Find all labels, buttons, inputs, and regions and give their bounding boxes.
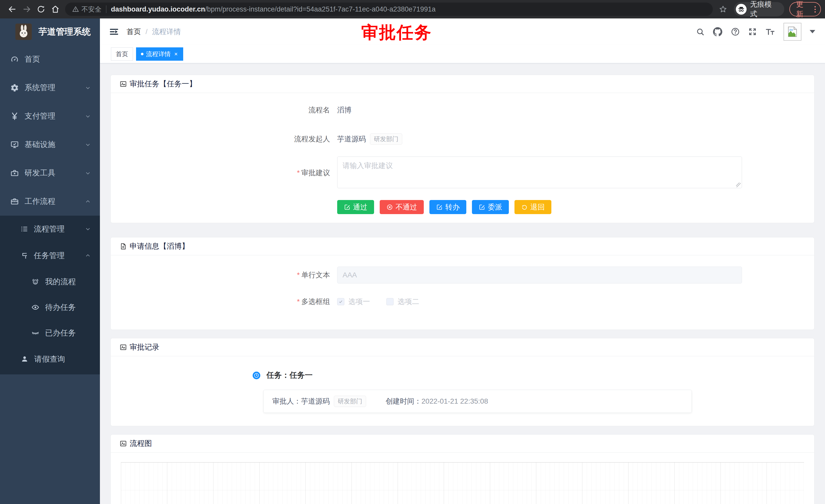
record-panel: 审批人： 芋道源码 研发部门 创建时间： 2022-01-21 22:35:08	[264, 390, 692, 413]
fullscreen-icon[interactable]	[748, 27, 757, 36]
incognito-badge: 无痕模式	[734, 2, 784, 16]
home-icon	[51, 5, 60, 14]
sidebar-logo-row[interactable]: 芋道管理系统	[0, 18, 100, 45]
sidebar-collapse-icon[interactable]	[109, 27, 119, 36]
sidebar-item-payment[interactable]: 支付管理	[0, 102, 100, 131]
breadcrumb-home[interactable]: 首页	[127, 27, 141, 36]
browser-back-button[interactable]	[5, 2, 19, 16]
form-row-initiator: 流程发起人 芋道源码 研发部门	[111, 134, 814, 145]
approval-comment-textarea[interactable]	[337, 157, 742, 188]
sidebar-item-leave-query[interactable]: 请假查询	[0, 346, 100, 372]
browser-menu-icon[interactable]	[815, 6, 816, 12]
button-label: 通过	[353, 202, 367, 212]
browser-reload-button[interactable]	[34, 2, 48, 16]
briefcase-icon	[10, 197, 19, 206]
back-icon	[8, 5, 17, 14]
breadcrumb-current: 流程详情	[152, 27, 181, 36]
top-navbar: 首页 / 流程详情 审批任务	[100, 18, 825, 45]
address-bar[interactable]: 不安全 dashboard.yudao.iocoder.cn/bpm/proce…	[65, 3, 713, 16]
navbar-actions	[696, 18, 815, 45]
checkbox-checked-icon	[337, 298, 344, 305]
tree-icon	[20, 252, 28, 259]
sidebar-item-label: 工作流程	[24, 196, 55, 207]
picture-icon	[120, 343, 127, 351]
transfer-button[interactable]: 转办	[430, 200, 466, 214]
caret-down-icon[interactable]	[810, 30, 815, 33]
eye-icon	[31, 303, 40, 312]
breadcrumb: 首页 / 流程详情	[127, 27, 181, 36]
sidebar-item-label: 请假查询	[34, 354, 65, 364]
return-button[interactable]: 退回	[515, 200, 551, 214]
rotate-left-icon	[521, 204, 528, 211]
warning-triangle-icon	[72, 6, 79, 12]
tag-label: 流程详情	[146, 50, 171, 58]
approver-label: 审批人：	[272, 397, 301, 406]
bpmn-canvas[interactable]	[121, 462, 804, 504]
sidebar-item-my-process[interactable]: 我的流程	[0, 269, 100, 295]
eye-closed-icon	[31, 329, 40, 337]
breadcrumb-separator: /	[146, 28, 148, 36]
bookmark-star-icon[interactable]	[719, 5, 727, 13]
app-logo	[15, 23, 32, 40]
approve-button[interactable]: 通过	[337, 200, 374, 214]
delegate-button[interactable]: 委派	[472, 200, 509, 214]
tag-process-detail[interactable]: 流程详情	[136, 48, 183, 61]
security-label: 不安全	[81, 5, 101, 14]
task-title: 任务：任务一	[267, 370, 313, 381]
sidebar-item-process-mgmt[interactable]: 流程管理	[0, 216, 100, 242]
circle-close-icon	[386, 204, 393, 211]
gauge-icon	[10, 55, 19, 64]
form-row-process-name: 流程名 滔博	[111, 105, 814, 115]
sidebar-workflow-submenu: 流程管理 任务管理 我的流程 待办任务 已办任务 请假	[0, 216, 100, 374]
sidebar-item-infra[interactable]: 基础设施	[0, 131, 100, 159]
sidebar-item-label: 研发工具	[24, 168, 55, 178]
field-value: 滔博	[337, 105, 352, 115]
github-icon[interactable]	[713, 27, 723, 36]
sidebar-item-label: 任务管理	[34, 250, 65, 261]
browser-home-button[interactable]	[48, 2, 63, 16]
page-content: 审批任务【任务一】 流程名 滔博 流程发起人 芋道源码 研发部门	[100, 63, 825, 504]
tag-close-icon[interactable]	[174, 52, 178, 56]
field-label-required: 审批建议	[111, 168, 337, 178]
button-label: 委派	[488, 202, 502, 212]
button-label: 不通过	[395, 202, 417, 212]
sidebar-item-workflow[interactable]: 工作流程	[0, 187, 100, 216]
card-title: 流程图	[130, 438, 152, 449]
field-label-required: 单行文本	[111, 270, 337, 280]
dept-tag: 研发部门	[370, 134, 402, 145]
edit-icon	[478, 204, 485, 211]
face-icon	[31, 278, 40, 286]
sidebar-item-task-mgmt[interactable]: 任务管理	[0, 242, 100, 269]
field-label: 流程名	[111, 105, 337, 115]
textarea-resize-handle[interactable]	[736, 183, 741, 187]
field-label-required: 多选框组	[111, 297, 337, 307]
sidebar-item-devtools[interactable]: 研发工具	[0, 159, 100, 187]
button-label: 退回	[530, 202, 545, 212]
checkbox-option-2: 选项二	[386, 297, 419, 307]
sidebar-item-home[interactable]: 首页	[0, 45, 100, 74]
chevron-up-icon	[85, 253, 91, 258]
browser-update-button[interactable]: 更新	[790, 2, 821, 16]
tag-home[interactable]: 首页	[111, 48, 133, 61]
reject-button[interactable]: 不通过	[380, 200, 424, 214]
card-apply-info: 申请信息【滔博】 单行文本 多选框组 选项一	[110, 237, 815, 330]
url-path: /bpm/process-instance/detail?id=54aa251f…	[205, 5, 436, 13]
tag-label: 首页	[116, 50, 128, 58]
sidebar-item-todo-tasks[interactable]: 待办任务	[0, 295, 100, 320]
button-label: 转办	[445, 202, 460, 212]
picture-icon	[120, 440, 127, 447]
broken-image-icon	[786, 26, 798, 37]
avatar[interactable]	[783, 23, 802, 41]
create-time-value: 2022-01-21 22:35:08	[422, 397, 488, 405]
search-icon[interactable]	[696, 27, 704, 36]
clock-icon	[253, 371, 260, 379]
sidebar-item-done-tasks[interactable]: 已办任务	[0, 320, 100, 346]
picture-icon	[120, 80, 127, 88]
field-value: 芋道源码	[337, 134, 366, 144]
help-icon[interactable]	[731, 27, 740, 36]
font-size-icon[interactable]	[765, 27, 775, 36]
sidebar-item-system[interactable]: 系统管理	[0, 74, 100, 102]
form-row-comment: 审批建议	[111, 157, 814, 189]
browser-forward-button[interactable]	[19, 2, 34, 16]
approver-name: 芋道源码	[301, 397, 330, 406]
